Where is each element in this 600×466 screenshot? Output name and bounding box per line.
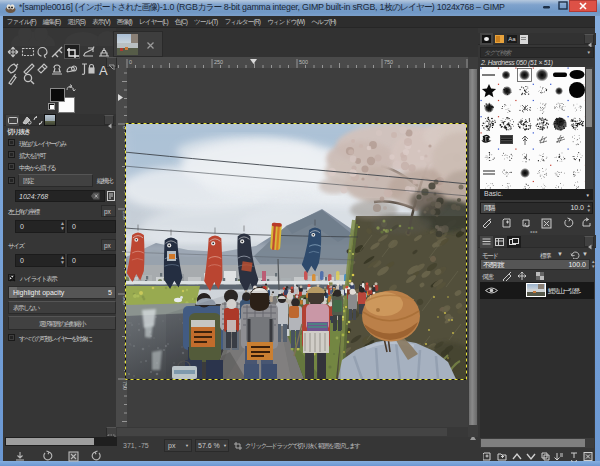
svg-text:750: 750: [384, 59, 393, 65]
svg-text:250: 250: [214, 59, 223, 65]
svg-text:500: 500: [299, 59, 308, 65]
svg-text:0: 0: [129, 59, 132, 65]
